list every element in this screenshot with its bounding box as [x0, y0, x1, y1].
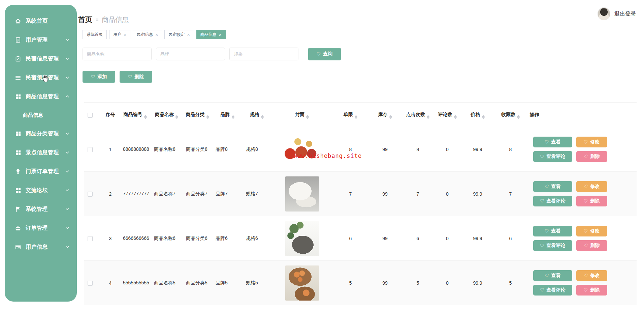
heart-icon: ♡	[584, 154, 588, 159]
sort-icon[interactable]	[144, 115, 147, 119]
close-icon[interactable]: ×	[219, 32, 222, 37]
chevron-down-icon	[65, 245, 69, 249]
heart-icon: ♡	[540, 198, 544, 204]
close-icon[interactable]: ×	[124, 32, 126, 37]
view-button[interactable]: ♡查看	[533, 270, 572, 281]
grid-icon	[15, 149, 21, 156]
col-cover: 封面	[271, 103, 333, 127]
tab-user[interactable]: 用户 ×	[109, 30, 130, 39]
topbar-user-area: 退出登录	[598, 7, 636, 20]
table-row: 3 6666666666 商品名称6 商品分类6 品牌6 规格6 6 99 6 …	[84, 216, 637, 261]
col-clicks: 点击次数	[402, 103, 434, 127]
delete-row-button[interactable]: ♡删除	[576, 285, 607, 296]
close-icon[interactable]: ×	[155, 32, 158, 37]
sidebar-subitem-product-info[interactable]: 商品信息	[5, 106, 77, 124]
sidebar-item-system-management[interactable]: 系统管理	[5, 200, 77, 219]
chevron-down-icon	[65, 226, 69, 230]
sidebar-item-product-category-management[interactable]: 商品分类管理	[5, 124, 77, 143]
sort-icon[interactable]	[389, 115, 392, 119]
col-actions: 操作	[526, 103, 637, 127]
delete-row-button[interactable]: ♡删除	[576, 240, 607, 251]
sidebar-item-product-info-management[interactable]: 商品信息管理	[5, 87, 77, 106]
toolbar: ♡ 添加 ♡ 删除	[83, 71, 638, 83]
tab-homestay-booking[interactable]: 民宿预定 ×	[164, 30, 194, 39]
sort-icon[interactable]	[232, 115, 234, 119]
sort-icon[interactable]	[454, 115, 457, 119]
heart-icon: ♡	[128, 74, 132, 80]
heart-icon: ♡	[584, 139, 588, 145]
row-checkbox[interactable]	[88, 236, 93, 241]
sidebar-item-ticket-order-management[interactable]: 门票订单管理	[5, 162, 77, 181]
edit-button[interactable]: ♡修改	[576, 137, 607, 147]
grid-icon	[15, 93, 21, 100]
sort-icon[interactable]	[206, 115, 209, 119]
sort-icon[interactable]	[355, 115, 357, 119]
delete-row-button[interactable]: ♡删除	[576, 151, 607, 162]
logout-button[interactable]: 退出登录	[614, 10, 636, 18]
sidebar-item-forum[interactable]: 交流论坛	[5, 181, 77, 200]
sidebar-item-user-info[interactable]: 用户信息	[5, 237, 77, 256]
sort-icon[interactable]	[261, 115, 264, 119]
product-name-input[interactable]	[83, 48, 152, 60]
avatar[interactable]	[598, 7, 610, 20]
col-price: 价格	[461, 103, 494, 127]
col-product-sn: 商品编号	[120, 103, 151, 127]
view-button[interactable]: ♡查看	[533, 181, 572, 192]
close-icon[interactable]: ×	[187, 32, 190, 37]
heart-icon: ♡	[584, 184, 588, 189]
spec-input[interactable]	[229, 48, 298, 60]
chevron-down-icon	[65, 207, 69, 211]
edit-button[interactable]: ♡修改	[576, 226, 607, 236]
chevron-down-icon	[65, 132, 69, 136]
sort-icon[interactable]	[427, 115, 429, 119]
edit-button[interactable]: ♡修改	[576, 181, 607, 192]
product-cover-image[interactable]	[285, 265, 319, 301]
breadcrumb-separator-icon: ≡	[96, 17, 98, 22]
view-button[interactable]: ♡查看	[533, 226, 572, 236]
main-content: 首页 ≡ 商品信息 系统首页 用户 × 民宿信息 × 民宿预定 × 商品信息 ×	[83, 15, 638, 305]
sidebar-item-homestay-booking-management[interactable]: 民宿预定管理	[5, 68, 77, 87]
grid-icon	[15, 131, 21, 137]
row-checkbox[interactable]	[88, 192, 93, 197]
breadcrumb: 首页 ≡ 商品信息	[78, 15, 638, 24]
app-window: 系统首页 用户管理 民宿信息管理 民宿预定管理 商品信息管理 商品信息 商品分类…	[0, 0, 644, 309]
sidebar-item-system-home[interactable]: 系统首页	[5, 11, 77, 30]
col-category: 商品分类	[183, 103, 212, 127]
view-comments-button[interactable]: ♡查看评论	[533, 151, 572, 162]
row-checkbox[interactable]	[88, 281, 93, 286]
view-comments-button[interactable]: ♡查看评论	[533, 196, 572, 206]
view-comments-button[interactable]: ♡查看评论	[533, 240, 572, 251]
row-checkbox[interactable]	[88, 147, 93, 152]
product-cover-image[interactable]	[281, 132, 324, 167]
sort-icon[interactable]	[306, 115, 309, 119]
heart-icon: ♡	[584, 243, 588, 248]
select-all-checkbox[interactable]	[88, 113, 93, 118]
delete-row-button[interactable]: ♡删除	[576, 196, 607, 206]
sort-icon[interactable]	[517, 115, 520, 119]
sidebar-item-order-management[interactable]: 订单管理	[5, 219, 77, 237]
edit-button[interactable]: ♡修改	[576, 270, 607, 281]
tab-system-home[interactable]: 系统首页	[83, 30, 107, 39]
view-button[interactable]: ♡查看	[533, 137, 572, 147]
sidebar-item-user-management[interactable]: 用户管理	[5, 30, 77, 49]
brand-input[interactable]	[156, 48, 225, 60]
sidebar-item-scenic-spot-management[interactable]: 景点信息管理	[5, 143, 77, 162]
chevron-down-icon	[65, 57, 69, 61]
product-cover-image[interactable]	[285, 221, 319, 256]
breadcrumb-home[interactable]: 首页	[78, 15, 92, 24]
tab-product-info[interactable]: 商品信息 ×	[196, 30, 226, 39]
bulb-icon	[15, 168, 21, 175]
sidebar-item-homestay-info-management[interactable]: 民宿信息管理	[5, 49, 77, 68]
table-header-row: 序号 商品编号 商品名称 商品分类 品牌 规格 封面 单限 库存 点击次数 评论…	[84, 103, 637, 127]
tab-homestay-info[interactable]: 民宿信息 ×	[133, 30, 162, 39]
heart-icon: ♡	[545, 139, 549, 145]
heart-icon: ♡	[545, 184, 549, 189]
sort-icon[interactable]	[482, 115, 485, 119]
product-cover-image[interactable]	[285, 176, 319, 212]
view-comments-button[interactable]: ♡查看评论	[533, 285, 572, 296]
add-button[interactable]: ♡ 添加	[83, 71, 115, 83]
query-button[interactable]: ♡ 查询	[308, 48, 341, 60]
delete-button[interactable]: ♡ 删除	[120, 71, 152, 83]
sort-icon[interactable]	[175, 115, 178, 119]
col-stock: 库存	[368, 103, 402, 127]
